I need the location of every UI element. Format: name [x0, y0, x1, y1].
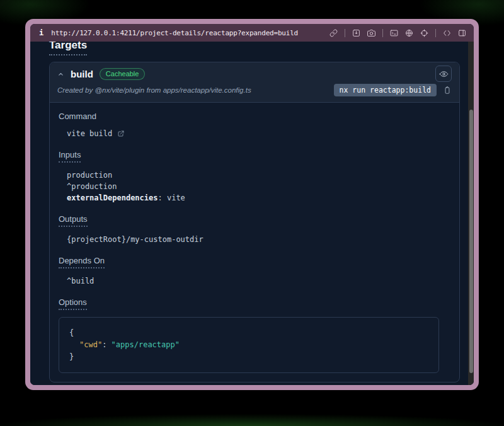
options-label[interactable]: Options — [59, 297, 87, 310]
input-item: externalDependencies: vite — [67, 192, 450, 204]
targets-heading[interactable]: Targets — [49, 42, 87, 55]
camera-icon[interactable] — [367, 29, 375, 37]
scrollbar-track[interactable] — [468, 42, 474, 385]
command-section: Command vite build — [59, 112, 450, 139]
scrollbar-thumb[interactable] — [469, 110, 473, 373]
json-separator: : — [102, 340, 111, 349]
page-content: Targets build Cacheable — [30, 42, 474, 385]
toolbar-divider — [435, 29, 436, 37]
input-kv-value: : vite — [158, 193, 185, 202]
info-icon: i — [39, 28, 43, 37]
inputs-section: Inputs production ^production externalDe… — [59, 150, 450, 204]
build-card-header[interactable]: build Cacheable Created by @nx/vite/plug… — [50, 62, 459, 103]
chevron-up-icon[interactable] — [57, 71, 64, 78]
json-key: "cwd" — [79, 340, 102, 349]
depends-on-item: ^build — [67, 275, 450, 287]
run-command-chip: nx run reactapp:build — [334, 84, 437, 96]
globe-icon[interactable] — [405, 29, 413, 37]
output-item: {projectRoot}/my-custom-outdir — [67, 234, 450, 245]
options-json-box: { "cwd": "apps/reactapp" } — [59, 317, 439, 373]
eye-icon — [439, 69, 449, 79]
outputs-section: Outputs {projectRoot}/my-custom-outdir — [59, 214, 450, 245]
page-title: Targets — [49, 42, 474, 55]
browser-window: i http://127.0.0.1:4211/project-details/… — [25, 19, 479, 390]
build-card-body: Command vite build Inputs — [50, 103, 459, 382]
crosshair-icon[interactable] — [420, 29, 428, 37]
created-by-text: Created by @nx/vite/plugin from apps/rea… — [57, 86, 251, 94]
input-kv-key: externalDependencies — [67, 193, 158, 202]
browser-url-bar: i http://127.0.0.1:4211/project-details/… — [30, 24, 474, 42]
toolbar-divider — [382, 29, 383, 37]
desktop-background: i http://127.0.0.1:4211/project-details/… — [0, 0, 504, 426]
input-item: production — [67, 170, 450, 181]
options-section: Options { "cwd": "apps/reactapp" } — [59, 297, 450, 373]
json-close-brace: } — [69, 351, 428, 363]
sidebar-icon[interactable] — [458, 29, 466, 37]
json-property: "cwd": "apps/reactapp" — [69, 339, 428, 351]
terminal-icon[interactable] — [390, 29, 398, 37]
json-value: "apps/reactapp" — [112, 340, 180, 349]
build-target-card: build Cacheable Created by @nx/vite/plug… — [49, 62, 460, 383]
view-target-graph-button[interactable] — [435, 66, 452, 82]
code-icon[interactable] — [443, 29, 451, 37]
outputs-label[interactable]: Outputs — [59, 214, 88, 227]
link-icon[interactable] — [329, 29, 338, 37]
depends-on-label[interactable]: Depends On — [59, 256, 105, 268]
external-link-icon[interactable] — [117, 130, 125, 137]
command-label: Command — [59, 112, 450, 121]
inputs-label[interactable]: Inputs — [59, 150, 81, 163]
download-icon[interactable] — [352, 29, 360, 37]
depends-on-section: Depends On ^build — [59, 256, 450, 287]
cacheable-badge: Cacheable — [100, 68, 146, 80]
json-open-brace: { — [69, 327, 428, 339]
input-item: ^production — [67, 181, 450, 192]
toolbar-divider — [345, 29, 345, 37]
url-text[interactable]: http://127.0.0.1:4211/project-details/re… — [51, 29, 298, 37]
copy-command-button[interactable] — [443, 86, 452, 95]
clipboard-icon — [443, 86, 452, 95]
command-value: vite build — [67, 128, 112, 139]
target-name-build: build — [71, 69, 93, 79]
